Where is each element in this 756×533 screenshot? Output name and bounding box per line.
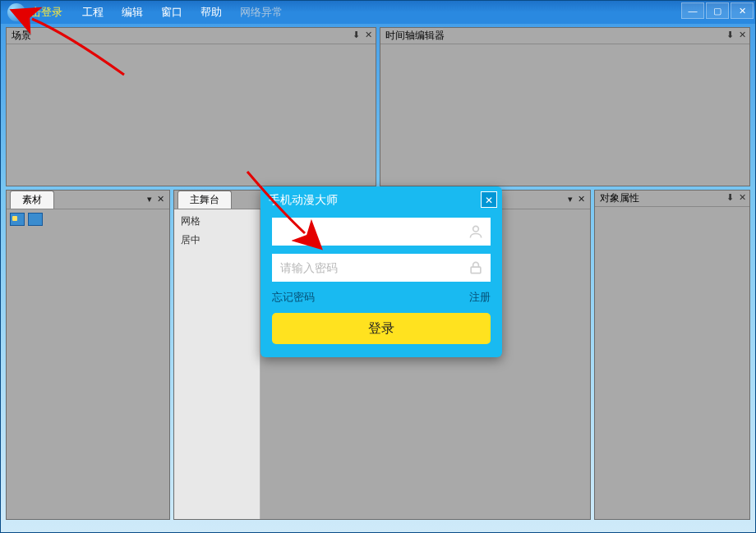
stage-option-grid[interactable]: 网格 — [181, 214, 253, 228]
timeline-panel-title: 时间轴编辑器 — [380, 28, 749, 44]
window-close-button[interactable]: ✕ — [731, 2, 754, 19]
properties-panel: 对象属性 ⬇ ✕ — [594, 190, 750, 520]
maximize-button[interactable]: ▢ — [706, 2, 729, 19]
menu-window[interactable]: 窗口 — [161, 5, 182, 20]
close-icon[interactable]: ✕ — [578, 194, 585, 204]
tab-material[interactable]: 素材 — [10, 191, 54, 209]
close-icon[interactable]: ✕ — [365, 30, 372, 40]
pin-icon[interactable]: ⬇ — [726, 192, 734, 203]
dialog-close-button[interactable]: ✕ — [481, 191, 497, 208]
pin-icon[interactable]: ⬇ — [726, 30, 734, 40]
login-submit-button[interactable]: 登录 — [272, 313, 491, 344]
close-icon[interactable]: ✕ — [739, 192, 746, 203]
close-icon[interactable]: ✕ — [739, 30, 746, 40]
stage-options-sidebar: 网格 居中 — [174, 209, 260, 519]
material-image-icon[interactable] — [10, 213, 25, 226]
scene-panel-title: 场景 — [7, 28, 376, 44]
menu-edit[interactable]: 编辑 — [122, 5, 143, 20]
username-input[interactable] — [272, 218, 491, 246]
pin-icon[interactable]: ⬇ — [353, 30, 360, 40]
forgot-password-link[interactable]: 忘记密码 — [272, 290, 315, 305]
app-logo-icon — [7, 3, 25, 21]
close-icon[interactable]: ✕ — [157, 194, 164, 204]
register-link[interactable]: 注册 — [469, 290, 491, 305]
menu-help[interactable]: 帮助 — [201, 5, 222, 20]
top-menubar: 击登录 工程 编辑 窗口 帮助 网络异常 — ▢ ✕ — [1, 1, 755, 24]
window-controls: — ▢ ✕ — [681, 2, 754, 19]
menu-net-status: 网络异常 — [240, 5, 283, 20]
material-item-icon[interactable] — [28, 213, 43, 226]
tab-stage[interactable]: 主舞台 — [177, 191, 232, 209]
main-menu: 工程 编辑 窗口 帮助 网络异常 — [82, 5, 283, 20]
timeline-panel: 时间轴编辑器 ⬇ ✕ — [380, 27, 750, 186]
login-dialog: 手机动漫大师 ✕ 忘记密码 注册 登录 — [260, 186, 502, 357]
login-link[interactable]: 击登录 — [30, 5, 62, 20]
dialog-title: 手机动漫大师 — [260, 186, 502, 211]
chevron-down-icon[interactable]: ▾ — [147, 194, 152, 204]
material-panel: 素材 ▾ ✕ — [6, 190, 170, 520]
scene-panel: 场景 ⬇ ✕ — [6, 27, 376, 186]
stage-option-center[interactable]: 居中 — [181, 233, 253, 247]
menu-project[interactable]: 工程 — [82, 5, 104, 20]
chevron-down-icon[interactable]: ▾ — [568, 194, 573, 204]
password-input[interactable] — [272, 254, 491, 282]
minimize-button[interactable]: — — [681, 2, 704, 19]
